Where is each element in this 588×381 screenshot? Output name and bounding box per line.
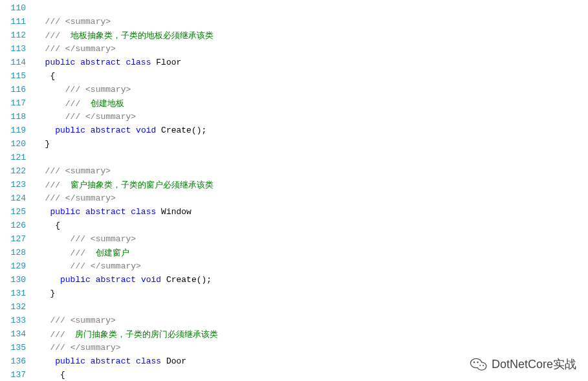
line-number: 111 [0, 17, 35, 27]
code-content: /// <summary> [35, 17, 588, 27]
code-content: } [35, 288, 588, 298]
line-number: 129 [0, 261, 35, 271]
line-number: 122 [0, 166, 35, 176]
code-content: { [35, 71, 588, 81]
code-line[interactable]: 127 /// <summary> [0, 232, 588, 246]
line-number: 115 [0, 71, 35, 81]
code-line[interactable]: 123 /// 窗户抽象类，子类的窗户必须继承该类 [0, 178, 588, 191]
wechat-watermark: DotNetCore实战 [470, 356, 576, 372]
code-content: /// <summary> [35, 316, 588, 325]
code-content: { [35, 221, 588, 230]
watermark-text: DotNetCore实战 [492, 356, 576, 372]
svg-point-7 [483, 365, 484, 366]
code-line[interactable]: 120 } [0, 137, 588, 151]
code-content: public abstract class Window [35, 207, 588, 217]
code-line[interactable]: 111 /// <summary> [0, 15, 588, 28]
code-line[interactable]: 128 /// 创建窗户 [0, 246, 588, 259]
code-content: /// <summary> [35, 85, 588, 94]
line-number: 121 [0, 153, 35, 162]
code-content: /// 创建窗户 [35, 247, 588, 259]
code-line[interactable]: 118 /// </summary> [0, 110, 588, 124]
code-line[interactable]: 122 /// <summary> [0, 164, 588, 178]
line-number: 117 [0, 98, 35, 108]
line-number: 128 [0, 248, 35, 257]
line-number: 131 [0, 288, 35, 298]
code-line[interactable]: 131 } [0, 287, 588, 300]
line-number: 125 [0, 207, 35, 217]
line-number: 133 [0, 316, 35, 325]
line-number: 137 [0, 370, 35, 380]
line-number: 112 [0, 30, 35, 40]
code-content: } [35, 139, 588, 149]
code-line[interactable]: 115 { [0, 69, 588, 83]
line-number: 116 [0, 85, 35, 94]
code-line[interactable]: 117 /// 创建地板 [0, 96, 588, 110]
code-content: /// 房门抽象类，子类的房门必须继承该类 [35, 329, 588, 340]
line-number: 126 [0, 221, 35, 230]
line-number: 120 [0, 139, 35, 149]
code-content: /// <summary> [35, 234, 588, 244]
code-line[interactable]: 133 /// <summary> [0, 314, 588, 327]
line-number: 127 [0, 234, 35, 244]
line-number: 130 [0, 275, 35, 285]
line-number: 135 [0, 343, 35, 353]
svg-point-5 [477, 362, 478, 363]
code-line[interactable]: 116 /// <summary> [0, 83, 588, 96]
code-content: public abstract void Create(); [35, 125, 588, 135]
code-line[interactable]: 125 public abstract class Window [0, 205, 588, 219]
code-line[interactable]: 132 [0, 300, 588, 314]
code-line[interactable]: 135 /// </summary> [0, 341, 588, 354]
code-content: /// </summary> [35, 193, 588, 203]
code-content: /// <summary> [35, 166, 588, 176]
line-number: 113 [0, 44, 35, 54]
code-content: public abstract class Floor [35, 58, 588, 67]
line-number: 110 [0, 3, 35, 13]
line-number: 124 [0, 193, 35, 203]
code-line[interactable]: 121 [0, 151, 588, 164]
wechat-icon [470, 356, 488, 372]
svg-point-4 [474, 362, 475, 363]
code-line[interactable]: 126 { [0, 219, 588, 232]
code-line[interactable]: 114 public abstract class Floor [0, 56, 588, 69]
line-number: 132 [0, 302, 35, 312]
code-content: public abstract void Create(); [35, 275, 588, 285]
code-content: /// </summary> [35, 261, 588, 271]
svg-point-6 [479, 365, 481, 366]
code-line[interactable]: 119 public abstract void Create(); [0, 124, 588, 137]
code-line[interactable]: 124 /// </summary> [0, 191, 588, 205]
code-content: /// </summary> [35, 112, 588, 122]
code-content: /// 创建地板 [35, 98, 588, 109]
code-line[interactable]: 110 [0, 1, 588, 15]
line-number: 114 [0, 58, 35, 67]
code-content: /// 窗户抽象类，子类的窗户必须继承该类 [35, 179, 588, 191]
code-line[interactable]: 130 public abstract void Create(); [0, 273, 588, 287]
line-number: 136 [0, 356, 35, 366]
code-line[interactable]: 134 /// 房门抽象类，子类的房门必须继承该类 [0, 327, 588, 341]
line-number: 123 [0, 180, 35, 190]
code-content: /// </summary> [35, 44, 588, 54]
code-line[interactable]: 129 /// </summary> [0, 259, 588, 273]
code-line[interactable]: 113 /// </summary> [0, 42, 588, 56]
code-editor[interactable]: 110111 /// <summary>112 /// 地板抽象类，子类的地板必… [0, 0, 588, 381]
svg-point-3 [471, 359, 481, 367]
code-line[interactable]: 112 /// 地板抽象类，子类的地板必须继承该类 [0, 28, 588, 42]
line-number: 119 [0, 125, 35, 135]
code-content: /// 地板抽象类，子类的地板必须继承该类 [35, 30, 588, 41]
line-number: 134 [0, 329, 35, 339]
line-number: 118 [0, 112, 35, 122]
code-content: /// </summary> [35, 343, 588, 353]
